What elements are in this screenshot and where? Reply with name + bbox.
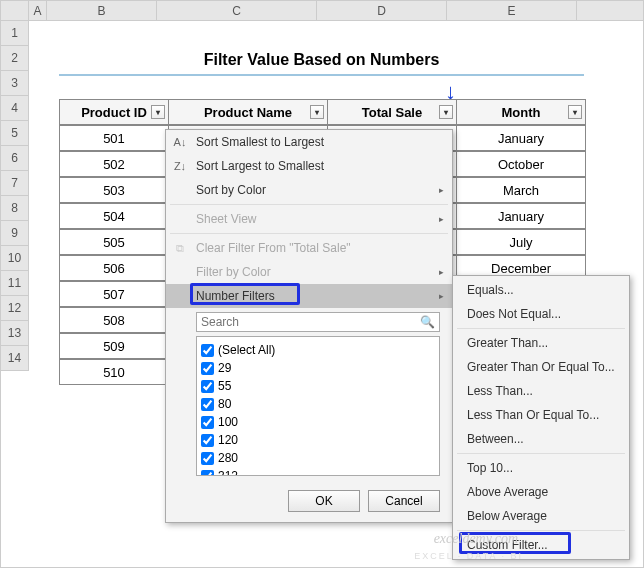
row-header[interactable]: 10	[1, 246, 29, 271]
cell-product-id[interactable]: 509	[59, 333, 169, 359]
col-header-C[interactable]: C	[157, 1, 317, 20]
row-header[interactable]: 6	[1, 146, 29, 171]
header-product-id[interactable]: Product ID▾	[59, 99, 169, 125]
separator	[457, 530, 625, 531]
row-header[interactable]: 12	[1, 296, 29, 321]
search-box[interactable]: 🔍	[196, 312, 440, 332]
col-header-E[interactable]: E	[447, 1, 577, 20]
chevron-right-icon: ▸	[439, 267, 444, 277]
row-header[interactable]: 8	[1, 196, 29, 221]
menu-label: Sort Smallest to Largest	[196, 135, 324, 149]
below-average[interactable]: Below Average	[453, 504, 629, 528]
check-item[interactable]: 312	[201, 467, 435, 476]
header-product-name[interactable]: Product Name▾	[168, 99, 328, 125]
checkbox[interactable]	[201, 380, 214, 393]
row-header[interactable]: 3	[1, 71, 29, 96]
check-item[interactable]: 80	[201, 395, 435, 413]
between[interactable]: Between...	[453, 427, 629, 451]
checkbox[interactable]	[201, 398, 214, 411]
check-item[interactable]: 280	[201, 449, 435, 467]
cell-month[interactable]: January	[456, 125, 586, 151]
row-header[interactable]: 5	[1, 121, 29, 146]
col-header-D[interactable]: D	[317, 1, 447, 20]
clear-filter-icon: ⧉	[172, 242, 188, 255]
custom-filter[interactable]: Custom Filter...	[453, 533, 629, 557]
col-header-B[interactable]: B	[47, 1, 157, 20]
cell-product-id[interactable]: 507	[59, 281, 169, 307]
cell-product-id[interactable]: 503	[59, 177, 169, 203]
col-header-A[interactable]: A	[29, 1, 47, 20]
sort-desc[interactable]: Z↓Sort Largest to Smallest	[166, 154, 452, 178]
checkbox[interactable]	[201, 362, 214, 375]
menu-label: Sheet View	[196, 212, 257, 226]
filter-dropdown-icon[interactable]: ▾	[439, 105, 453, 119]
check-item[interactable]: 120	[201, 431, 435, 449]
cell-product-id[interactable]: 506	[59, 255, 169, 281]
check-item[interactable]: (Select All)	[201, 341, 435, 359]
chevron-right-icon: ▸	[439, 291, 444, 301]
checkbox[interactable]	[201, 470, 214, 477]
greater-than[interactable]: Greater Than...	[453, 331, 629, 355]
checkbox[interactable]	[201, 344, 214, 357]
search-input[interactable]	[201, 315, 420, 329]
row-header[interactable]: 4	[1, 96, 29, 121]
cancel-button[interactable]: Cancel	[368, 490, 440, 512]
header-month[interactable]: Month▾	[456, 99, 586, 125]
above-average[interactable]: Above Average	[453, 480, 629, 504]
number-filters-submenu: Equals... Does Not Equal... Greater Than…	[452, 275, 630, 560]
check-item[interactable]: 29	[201, 359, 435, 377]
separator	[457, 328, 625, 329]
check-item[interactable]: 100	[201, 413, 435, 431]
filter-dropdown-icon[interactable]: ▾	[568, 105, 582, 119]
sort-asc[interactable]: A↓Sort Smallest to Largest	[166, 130, 452, 154]
menu-label: Sort Largest to Smallest	[196, 159, 324, 173]
chevron-right-icon: ▸	[439, 185, 444, 195]
row-header[interactable]: 7	[1, 171, 29, 196]
cell-product-id[interactable]: 508	[59, 307, 169, 333]
checkbox[interactable]	[201, 452, 214, 465]
menu-label: Number Filters	[196, 289, 275, 303]
row-header[interactable]: 1	[1, 21, 29, 46]
check-item[interactable]: 55	[201, 377, 435, 395]
ok-button[interactable]: OK	[288, 490, 360, 512]
filter-menu: A↓Sort Smallest to Largest Z↓Sort Larges…	[165, 129, 453, 523]
check-label: 55	[218, 379, 231, 393]
header-total-sale[interactable]: Total Sale▾	[327, 99, 457, 125]
does-not-equal[interactable]: Does Not Equal...	[453, 302, 629, 326]
checkbox[interactable]	[201, 434, 214, 447]
filter-checklist[interactable]: (Select All) 29 55 80 100 120 280 312 50…	[196, 336, 440, 476]
equals[interactable]: Equals...	[453, 278, 629, 302]
row-header[interactable]: 14	[1, 346, 29, 371]
checkbox[interactable]	[201, 416, 214, 429]
cell-product-id[interactable]: 505	[59, 229, 169, 255]
filter-dropdown-icon[interactable]: ▾	[151, 105, 165, 119]
sort-desc-icon: Z↓	[172, 160, 188, 172]
cell-product-id[interactable]: 502	[59, 151, 169, 177]
cell-month[interactable]: January	[456, 203, 586, 229]
top-10[interactable]: Top 10...	[453, 456, 629, 480]
row-header[interactable]: 2	[1, 46, 29, 71]
filter-dropdown-icon[interactable]: ▾	[310, 105, 324, 119]
row-header[interactable]: 9	[1, 221, 29, 246]
sort-by-color[interactable]: Sort by Color▸	[166, 178, 452, 202]
number-filters[interactable]: Number Filters ▸	[166, 284, 452, 308]
menu-label: Clear Filter From "Total Sale"	[196, 241, 351, 255]
header-label: Product Name	[204, 105, 292, 120]
cell-month[interactable]: July	[456, 229, 586, 255]
check-label: (Select All)	[218, 343, 275, 357]
check-label: 280	[218, 451, 238, 465]
chevron-right-icon: ▸	[439, 214, 444, 224]
less-than[interactable]: Less Than...	[453, 379, 629, 403]
sort-asc-icon: A↓	[172, 136, 188, 148]
cell-month[interactable]: March	[456, 177, 586, 203]
header-label: Total Sale	[362, 105, 422, 120]
greater-than-or-equal[interactable]: Greater Than Or Equal To...	[453, 355, 629, 379]
cell-product-id[interactable]: 501	[59, 125, 169, 151]
select-all-corner[interactable]	[1, 1, 29, 20]
less-than-or-equal[interactable]: Less Than Or Equal To...	[453, 403, 629, 427]
cell-month[interactable]: October	[456, 151, 586, 177]
cell-product-id[interactable]: 510	[59, 359, 169, 385]
cell-product-id[interactable]: 504	[59, 203, 169, 229]
row-header[interactable]: 13	[1, 321, 29, 346]
row-header[interactable]: 11	[1, 271, 29, 296]
